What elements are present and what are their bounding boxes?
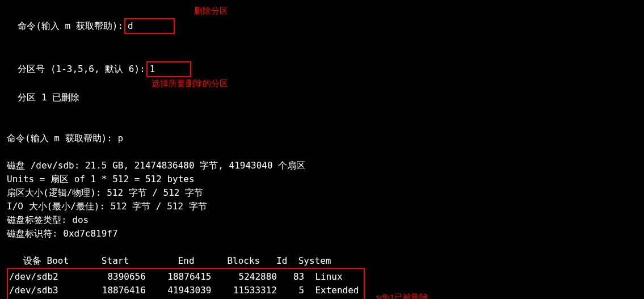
command-line-print: 命令(输入 m 获取帮助): p [7, 132, 637, 145]
annotation-select-partition: 选择所要删除的分区 [151, 77, 228, 90]
deleted-confirmation-line: 分区 1 已删除 选择所要删除的分区 [7, 77, 637, 118]
disk-info-line: 磁盘 /dev/sdb: 21.5 GB, 21474836480 字节, 41… [7, 159, 637, 172]
disk-info-line: 磁盘标签类型: dos [7, 213, 637, 227]
table-row: /dev/sdb2 8390656 18876415 5242880 83 Li… [9, 270, 359, 284]
partition-table-box: /dev/sdb2 8390656 18876415 5242880 83 Li… [7, 268, 365, 299]
command-line-partition-number: 分区号 (1-3,5,6, 默认 6):1 [7, 48, 637, 77]
command-line-delete: 命令(输入 m 获取帮助):d 删除分区 [7, 5, 637, 48]
prompt-text: 命令(输入 m 获取帮助): [18, 20, 123, 31]
deleted-text: 分区 1 已删除 [18, 92, 79, 103]
partition-table-header: 设备 Boot Start End Blocks Id System [7, 254, 637, 268]
prompt-text: 分区号 (1-3,5,6, 默认 6): [18, 64, 145, 74]
table-row: /dev/sdb3 18876416 41943039 11533312 5 E… [9, 284, 359, 297]
user-input-d[interactable]: d [124, 18, 175, 34]
user-input-1[interactable]: 1 [146, 61, 191, 77]
blank-line [7, 118, 637, 132]
disk-info-line: I/O 大小(最小/最佳): 512 字节 / 512 字节 [7, 200, 637, 213]
annotation-sdb1-deleted: sdb1已被删除 [376, 291, 429, 299]
blank-line [7, 145, 637, 159]
blank-line [7, 241, 637, 254]
disk-info-line: 扇区大小(逻辑/物理): 512 字节 / 512 字节 [7, 186, 637, 200]
annotation-delete-partition: 删除分区 [194, 5, 228, 18]
disk-info-line: 磁盘标识符: 0xd7c819f7 [7, 227, 637, 241]
disk-info-line: Units = 扇区 of 1 * 512 = 512 bytes [7, 172, 637, 186]
